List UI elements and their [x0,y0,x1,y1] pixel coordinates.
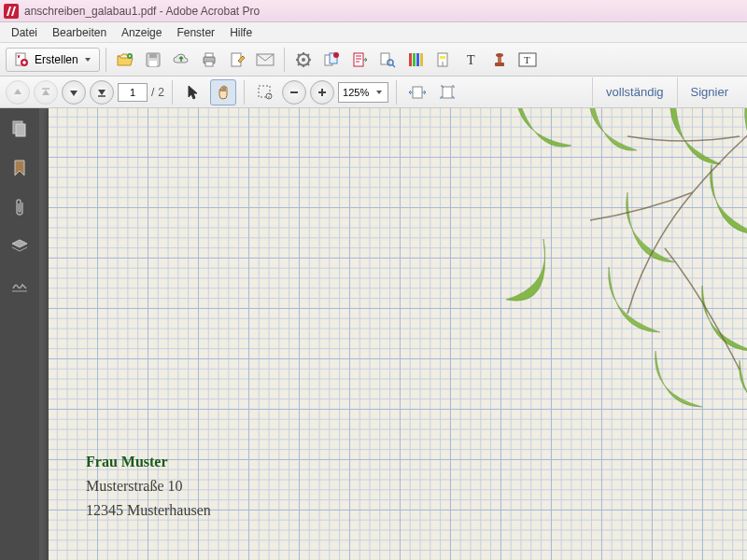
work-area: Frau Muster Musterstraße 10 12345 Muster… [0,108,747,560]
svg-rect-17 [354,53,363,66]
svg-rect-6 [149,61,157,66]
letter-address-block: Frau Muster Musterstraße 10 12345 Muster… [86,454,211,519]
cursor-icon [186,84,201,101]
pages-icon [10,119,29,138]
zoom-select[interactable]: 125% [338,82,388,103]
print-button[interactable] [196,47,222,73]
thumbnails-panel-button[interactable] [7,116,33,142]
signatures-panel-button[interactable] [7,273,33,299]
svg-rect-0 [4,4,19,19]
edit-page-icon [229,51,246,68]
window-title: anschreiben_galabau1.pdf - Adobe Acrobat… [24,5,260,18]
svg-rect-9 [205,62,213,66]
menu-bar: Datei Bearbeiten Anzeige Fenster Hilfe [0,22,747,43]
zoom-in-button[interactable] [310,80,334,105]
pdf-page: Frau Muster Musterstraße 10 12345 Muster… [49,108,747,560]
fit-width-icon [408,85,427,100]
fit-width-button[interactable] [404,79,430,105]
svg-rect-32 [259,86,270,97]
arrow-down-icon [68,87,79,98]
svg-point-33 [266,93,272,99]
fit-page-icon [439,84,456,101]
create-pdf-icon [14,52,29,67]
attachments-panel-button[interactable] [7,194,33,220]
svg-rect-21 [413,53,416,66]
menu-edit[interactable]: Bearbeiten [45,24,114,41]
menu-help[interactable]: Hilfe [222,24,260,41]
svg-rect-25 [440,56,445,59]
document-area[interactable]: Frau Muster Musterstraße 10 12345 Muster… [39,108,747,560]
page-separator: / [151,86,154,99]
svg-text:T: T [467,53,475,67]
hand-tool-button[interactable] [210,79,236,105]
left-panel [0,108,39,560]
marquee-zoom-button[interactable] [252,79,278,105]
svg-rect-27 [495,63,504,66]
recipient-city: 12345 Musterhausen [86,502,211,519]
first-page-button[interactable] [34,80,58,105]
combine-icon [323,51,340,68]
layers-panel-button[interactable] [7,233,33,259]
cloud-button[interactable] [168,47,194,73]
bookmarks-panel-button[interactable] [7,155,33,181]
page-number-input[interactable] [118,83,148,102]
full-mode-link[interactable]: vollständig [592,77,676,106]
page-up-button[interactable] [6,80,30,105]
arrow-up-bar-icon [40,87,51,98]
title-bar: anschreiben_galabau1.pdf - Adobe Acrobat… [0,0,747,22]
fit-page-button[interactable] [434,79,460,105]
highlight-icon [435,51,452,68]
nav-toolbar: / 2 125% vollständig Signier [0,77,747,108]
save-button[interactable] [140,47,166,73]
menu-window[interactable]: Fenster [169,24,222,41]
svg-point-16 [333,52,339,58]
print-icon [201,51,218,68]
plus-icon [317,87,328,98]
svg-rect-22 [416,53,419,66]
svg-point-29 [496,53,503,57]
page-down-button[interactable] [62,80,86,105]
stamp-button[interactable] [486,47,513,73]
bookmark-icon [11,159,28,177]
settings-button[interactable] [290,47,317,73]
menu-file[interactable]: Datei [4,24,45,41]
find-button[interactable] [374,47,401,73]
zoom-value: 125% [343,87,369,98]
text-button[interactable]: T [458,47,485,73]
select-tool-button[interactable] [180,79,206,105]
create-button[interactable]: Erstellen [6,48,100,72]
find-icon [379,51,396,68]
dropdown-icon [84,56,92,63]
highlight-button[interactable] [430,47,457,73]
leaf-decoration [459,108,747,435]
svg-point-13 [302,58,305,62]
dropdown-icon [374,88,384,97]
color-button[interactable] [402,47,429,73]
main-toolbar: Erstellen T T [0,43,747,77]
email-button[interactable] [252,47,278,73]
open-button[interactable] [112,47,138,73]
save-icon [145,51,162,68]
recipient-name: Frau Muster [86,454,211,470]
svg-text:T: T [524,54,530,65]
text-icon: T [463,51,480,68]
combine-button[interactable] [318,47,345,73]
svg-rect-34 [413,87,422,98]
export-button[interactable] [346,47,373,73]
sign-link[interactable]: Signier [677,77,741,106]
textbox-button[interactable]: T [514,47,541,73]
edit-button[interactable] [224,47,250,73]
svg-rect-35 [443,87,452,98]
arrow-up-icon [12,87,23,98]
color-bars-icon [407,51,424,68]
cloud-icon [172,52,190,67]
svg-rect-8 [205,53,213,57]
last-page-button[interactable] [90,80,114,105]
envelope-icon [256,53,275,66]
svg-rect-20 [409,53,412,66]
menu-view[interactable]: Anzeige [114,24,169,41]
svg-rect-23 [420,53,423,66]
minus-icon [289,87,300,98]
marquee-icon [257,84,274,101]
zoom-out-button[interactable] [282,80,306,105]
